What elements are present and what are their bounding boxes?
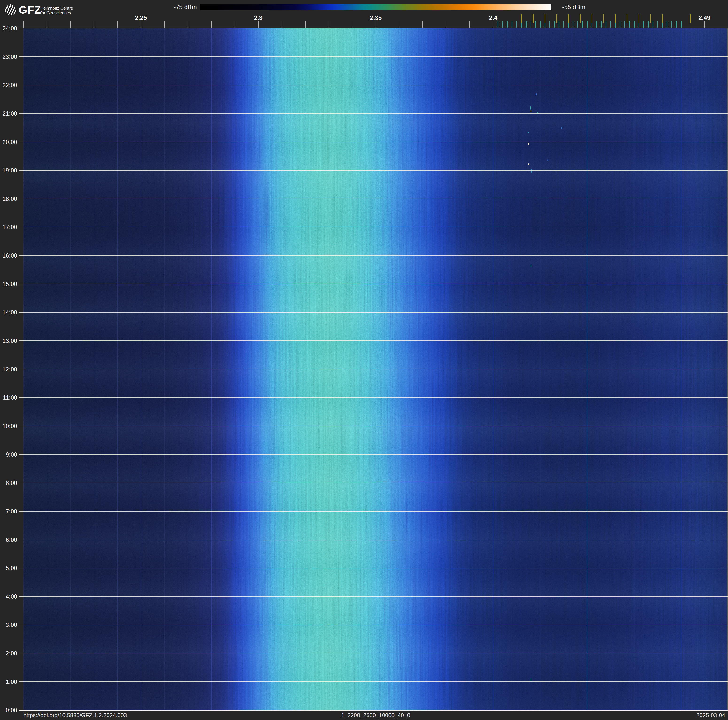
hour-gridline — [19, 397, 728, 398]
signal-burst-dot — [531, 678, 531, 681]
ble-channel-tick — [653, 21, 653, 28]
hour-gridline — [19, 283, 728, 284]
signal-burst-dot — [528, 142, 529, 145]
ble-channel-tick — [610, 21, 611, 28]
ble-channel-tick — [643, 21, 644, 28]
signal-burst-dot — [561, 127, 562, 129]
hour-gridline — [19, 483, 728, 483]
wifi-channel-tick — [544, 14, 545, 23]
hour-gridline — [19, 312, 728, 313]
date-text: 2025-03-04 — [696, 711, 725, 720]
wifi-channel-tick — [627, 14, 627, 23]
wifi-channel-tick — [521, 14, 522, 23]
wifi-channel-tick — [533, 14, 534, 23]
freq-tick-10mhz — [470, 21, 470, 28]
freq-tick-10mhz — [376, 21, 376, 28]
hour-label: 15:00 — [0, 280, 17, 287]
ble-channel-tick — [624, 21, 625, 28]
hour-label: 14:00 — [0, 309, 17, 316]
ble-channel-tick — [578, 21, 578, 28]
freq-tick-10mhz — [329, 21, 329, 28]
wifi-channel-tick — [592, 14, 592, 23]
hour-label: 23:00 — [0, 54, 17, 60]
freq-tick-10mhz — [493, 21, 493, 28]
doi-text: https://doi.org/10.5880/GFZ.1.2.2024.003 — [23, 711, 127, 720]
signal-burst-dot — [528, 132, 529, 133]
hour-label: 21:00 — [0, 110, 17, 117]
hour-label: 13:00 — [0, 337, 17, 344]
hour-label: 17:00 — [0, 224, 17, 230]
signal-burst-dot — [530, 106, 531, 109]
hour-label: 6:00 — [0, 536, 17, 543]
hour-label: 9:00 — [0, 451, 17, 458]
signal-burst-dot — [531, 265, 531, 267]
wifi-channel-tick — [568, 14, 569, 23]
brand-subtitle: Helmholtz Centre for Geosciences — [40, 6, 73, 15]
hour-label: 24:00 — [0, 25, 17, 32]
freq-tick-10mhz — [70, 21, 71, 28]
signal-burst-dot — [531, 169, 532, 173]
ble-channel-tick — [648, 21, 648, 28]
hour-gridline — [19, 653, 728, 654]
hour-gridline — [19, 170, 728, 171]
freq-tick-10mhz — [399, 21, 399, 28]
ble-channel-tick — [667, 21, 667, 28]
ble-channel-tick — [657, 21, 658, 28]
ble-channel-tick — [540, 21, 541, 28]
wifi-channel-tick — [662, 14, 663, 23]
freq-axis-label: 2.35 — [365, 14, 386, 21]
hour-gridline — [19, 454, 728, 455]
ble-channel-tick — [620, 21, 621, 28]
ble-channel-tick — [512, 21, 512, 28]
freq-tick-10mhz — [352, 21, 352, 28]
ble-channel-tick — [516, 21, 517, 28]
hour-label: 3:00 — [0, 622, 17, 628]
hour-label: 11:00 — [0, 394, 17, 401]
freq-axis-label: 2.49 — [694, 14, 715, 21]
wifi-channel-tick — [639, 14, 639, 23]
ble-channel-tick — [582, 21, 583, 28]
wifi-channel-tick — [580, 14, 581, 23]
freq-tick-10mhz — [446, 21, 447, 28]
colorbar-min-label: -75 dBm — [164, 4, 197, 10]
ble-channel-tick — [554, 21, 555, 28]
brand-subtitle-line2: for Geosciences — [40, 11, 73, 15]
ble-channel-tick — [681, 21, 682, 28]
freq-tick-10mhz — [47, 21, 47, 28]
wifi-channel-tick — [603, 14, 604, 23]
freq-axis-label: 2.25 — [130, 14, 151, 21]
hour-label: 12:00 — [0, 366, 17, 372]
hour-gridline — [19, 199, 728, 199]
ble-channel-tick — [587, 21, 587, 28]
colorbar-max-label: -55 dBm — [562, 4, 585, 10]
hour-label: 16:00 — [0, 252, 17, 259]
ble-channel-tick — [498, 21, 498, 28]
hour-label: 10:00 — [0, 423, 17, 429]
freq-tick-10mhz — [94, 21, 94, 28]
hour-gridline — [19, 568, 728, 568]
freq-tick-10mhz — [211, 21, 212, 28]
wifi-channel-tick — [690, 14, 691, 23]
hour-gridline — [19, 625, 728, 625]
wifi-channel-tick — [615, 14, 616, 23]
hour-gridline — [19, 28, 728, 28]
wifi-channel-tick — [650, 14, 651, 23]
colorbar — [200, 4, 551, 10]
hour-gridline — [19, 142, 728, 142]
hour-gridline — [19, 85, 728, 85]
hour-label: 20:00 — [0, 139, 17, 145]
gfz-logo-icon — [5, 5, 16, 15]
ble-channel-tick — [559, 21, 560, 28]
ble-channel-tick — [507, 21, 508, 28]
ble-channel-tick — [596, 21, 597, 28]
freq-tick-10mhz — [141, 21, 141, 28]
signal-burst-dot — [528, 163, 529, 165]
footer-bar: https://doi.org/10.5880/GFZ.1.2.2024.003… — [0, 711, 728, 720]
hour-label: 5:00 — [0, 565, 17, 571]
signal-burst-dot — [548, 159, 548, 161]
ble-channel-tick — [535, 21, 536, 28]
freq-tick-10mhz — [422, 21, 423, 28]
spectrogram-screen: GFZ Helmholtz Centre for Geosciences -75… — [0, 0, 728, 720]
freq-tick-10mhz — [235, 21, 235, 28]
hour-label: 7:00 — [0, 508, 17, 515]
